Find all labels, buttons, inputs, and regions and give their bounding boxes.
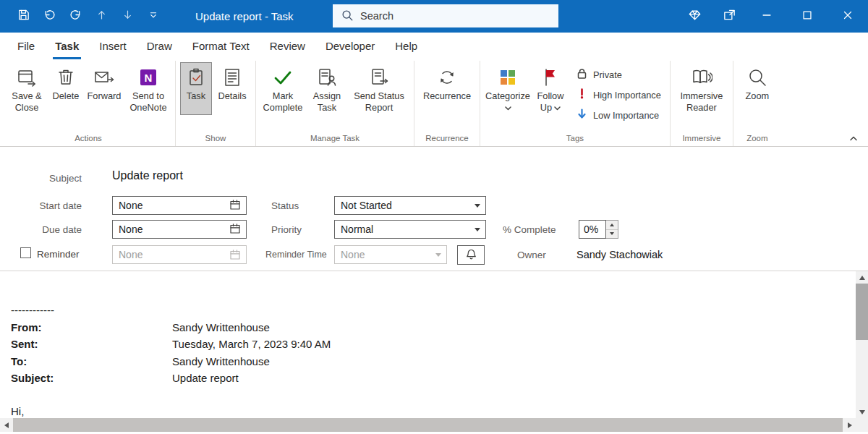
message-body[interactable]: ------------ From: Sandy Writtenhouse Se… [0, 271, 868, 434]
forward-button[interactable]: Forward [84, 62, 124, 115]
header-label: Subject: [11, 370, 172, 387]
send-status-report-button[interactable]: Send StatusReport [349, 62, 409, 115]
low-importance-button[interactable]: Low Importance [576, 108, 661, 122]
high-importance-button[interactable]: High Importance [576, 88, 661, 102]
zoom-button[interactable]: Zoom [738, 62, 777, 115]
customize-toolbar-button[interactable] [146, 9, 161, 24]
calendar-icon [229, 199, 241, 213]
scroll-down-button[interactable] [856, 406, 868, 418]
next-item-button[interactable] [120, 9, 135, 24]
titlebar: Update report - Task Search [0, 0, 868, 33]
categorize-button[interactable]: Categorize [485, 62, 531, 115]
owner-value: Sandy Stachowiak [576, 249, 663, 260]
status-select[interactable]: Not Started [334, 196, 486, 215]
ribbon-group-immersive: ImmersiveReader Immersive [670, 61, 733, 146]
subject-input[interactable]: Update report [112, 169, 183, 182]
group-label-show: Show [180, 132, 251, 146]
undo-icon [43, 8, 56, 25]
follow-up-button[interactable]: FollowUp [532, 62, 569, 115]
redo-button[interactable] [68, 9, 82, 24]
group-label-immersive: Immersive [675, 132, 728, 146]
undo-button[interactable] [42, 9, 56, 24]
coming-soon-button[interactable] [677, 0, 712, 33]
percent-complete-stepper[interactable]: 0% [579, 220, 618, 239]
tab-format-text[interactable]: Format Text [182, 33, 260, 59]
status-label: Status [271, 200, 299, 211]
scroll-right-button[interactable] [843, 418, 856, 432]
customize-toolbar-icon [148, 9, 159, 24]
start-date-field[interactable]: None [112, 196, 247, 215]
chevron-down-icon [554, 102, 561, 114]
scroll-left-button[interactable] [0, 418, 12, 432]
mark-complete-button[interactable]: MarkComplete [260, 62, 305, 115]
group-label-tags: Tags [485, 132, 665, 146]
minimize-button[interactable] [746, 0, 787, 33]
decrement-button[interactable] [606, 229, 618, 239]
zoom-magnifier-icon [746, 66, 768, 89]
dropdown-arrow-icon [475, 228, 480, 231]
reminder-sound-button[interactable] [457, 245, 485, 265]
horizontal-scrollbar[interactable] [0, 418, 856, 432]
maximize-icon [801, 9, 814, 25]
group-label-recurrence: Recurrence [419, 132, 475, 146]
pop-out-button[interactable] [712, 0, 746, 33]
follow-up-flag-icon [540, 66, 561, 89]
send-to-onenote-button[interactable]: N Send toOneNote [126, 62, 171, 115]
save-close-button[interactable]: Save &Close [6, 62, 48, 115]
delete-button[interactable]: Delete [49, 62, 82, 115]
chevron-up-icon [849, 131, 858, 144]
close-button[interactable] [827, 0, 868, 33]
maximize-button[interactable] [787, 0, 827, 33]
collapse-ribbon-button[interactable] [846, 132, 861, 142]
recurrence-button[interactable]: Recurrence [419, 62, 475, 115]
onenote-icon: N [137, 66, 159, 89]
vertical-scrollbar-thumb[interactable] [856, 284, 868, 340]
down-arrow-icon [122, 9, 134, 24]
reminder-label: Reminder [37, 249, 80, 260]
ribbon: Save &Close Delete Forward N Send toOneN… [0, 59, 868, 147]
ribbon-group-manage-task: MarkComplete AssignTask Send StatusRepor… [255, 61, 414, 146]
search-icon [341, 9, 354, 24]
save-close-icon [16, 66, 38, 89]
header-row-subject: Subject: Update report [11, 370, 839, 387]
categorize-icon [497, 66, 519, 89]
assign-task-button[interactable]: AssignTask [307, 62, 347, 115]
subject-label: Subject [0, 173, 82, 184]
scroll-up-button[interactable] [856, 271, 868, 284]
reminder-time-label: Reminder Time [265, 250, 327, 260]
reminder-checkbox[interactable] [20, 247, 31, 258]
tab-task[interactable]: Task [45, 33, 89, 59]
assign-task-icon [316, 66, 338, 89]
task-form: Subject Update report Start date None St… [0, 147, 868, 271]
task-view-button[interactable]: Task [180, 62, 212, 115]
header-value: Update report [172, 370, 239, 387]
tab-developer[interactable]: Developer [315, 33, 385, 59]
dropdown-arrow-icon [475, 204, 480, 208]
header-value: Sandy Writtenhouse [172, 353, 270, 370]
previous-item-button[interactable] [94, 9, 109, 24]
up-arrow-icon [95, 9, 108, 24]
delete-icon [55, 66, 77, 89]
search-input[interactable]: Search [333, 4, 558, 27]
due-date-field[interactable]: None [112, 220, 247, 239]
private-lock-icon [576, 67, 588, 82]
immersive-reader-button[interactable]: ImmersiveReader [675, 62, 728, 115]
calendar-icon [224, 246, 246, 263]
tab-help[interactable]: Help [385, 33, 427, 59]
due-date-picker-button[interactable] [224, 221, 246, 238]
save-button[interactable] [16, 9, 30, 24]
details-view-button[interactable]: Details [213, 62, 251, 115]
header-label: To: [11, 353, 172, 370]
group-label-zoom: Zoom [738, 132, 777, 146]
increment-button[interactable] [606, 221, 618, 229]
horizontal-scrollbar-thumb[interactable] [13, 418, 843, 432]
private-button[interactable]: Private [576, 67, 661, 82]
tab-insert[interactable]: Insert [89, 33, 137, 59]
tab-review[interactable]: Review [260, 33, 315, 59]
start-date-picker-button[interactable] [224, 197, 246, 214]
vertical-scrollbar[interactable] [856, 271, 868, 418]
low-importance-icon [576, 108, 588, 122]
tab-draw[interactable]: Draw [137, 33, 182, 59]
tab-file[interactable]: File [7, 33, 45, 59]
priority-select[interactable]: Normal [334, 220, 486, 239]
